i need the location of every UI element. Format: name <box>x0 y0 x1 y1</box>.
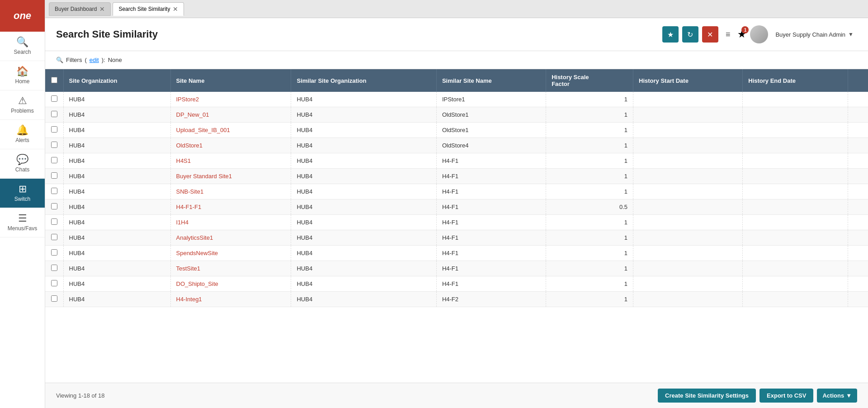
site-org-cell: HUB4 <box>63 292 170 307</box>
select-all-checkbox[interactable] <box>51 77 57 83</box>
tab-bar: Buyer Dashboard ✕ Search Site Similarity… <box>45 0 868 18</box>
site-name-cell[interactable]: Buyer Standard Site1 <box>170 169 291 184</box>
notification-badge[interactable]: ★ 1 <box>737 28 746 40</box>
refresh-button[interactable]: ↻ <box>682 26 698 43</box>
app-logo[interactable]: one <box>0 0 45 32</box>
row-actions-cell <box>848 276 868 292</box>
row-checkbox[interactable] <box>51 203 57 209</box>
row-checkbox[interactable] <box>51 142 57 148</box>
sidebar-item-search[interactable]: 🔍 Search <box>0 32 45 61</box>
tab-buyer-dashboard[interactable]: Buyer Dashboard ✕ <box>49 2 111 16</box>
sidebar-item-chats[interactable]: 💬 Chats <box>0 149 45 179</box>
similar-site-name-cell: OldStore1 <box>436 107 546 123</box>
site-name-cell[interactable]: I1H4 <box>170 215 291 230</box>
history-start-date-cell <box>633 107 743 123</box>
history-end-date-cell <box>743 153 848 169</box>
history-end-date-cell <box>743 92 848 107</box>
sidebar-item-problems[interactable]: ⚠ Problems <box>0 90 45 120</box>
table-header-row: Site Organization Site Name Similar Site… <box>45 69 868 92</box>
similar-site-name-cell: H4-F1 <box>436 215 546 230</box>
row-checkbox[interactable] <box>51 265 57 271</box>
site-name-cell[interactable]: DO_Shipto_Site <box>170 276 291 292</box>
similar-site-org-cell: HUB4 <box>291 92 436 107</box>
similar-site-org-cell: HUB4 <box>291 153 436 169</box>
table-row: HUB4Buyer Standard Site1HUB4H4-F11 <box>45 169 868 184</box>
site-name-cell[interactable]: SpendsNewSite <box>170 246 291 261</box>
site-name-cell[interactable]: DP_New_01 <box>170 107 291 123</box>
warning-icon: ⚠ <box>18 96 27 106</box>
table-container: Site Organization Site Name Similar Site… <box>45 69 868 383</box>
sidebar-item-home[interactable]: 🏠 Home <box>0 61 45 90</box>
site-org-cell: HUB4 <box>63 246 170 261</box>
row-actions-cell <box>848 292 868 307</box>
site-org-cell: HUB4 <box>63 199 170 215</box>
history-scale-factor-cell: 0.5 <box>546 199 633 215</box>
site-name-cell[interactable]: SNB-Site1 <box>170 184 291 199</box>
site-org-cell: HUB4 <box>63 138 170 153</box>
close-button[interactable]: ✕ <box>702 26 718 43</box>
history-start-date-cell <box>633 230 743 246</box>
col-actions <box>848 69 868 92</box>
actions-button[interactable]: Actions ▼ <box>817 389 857 403</box>
col-checkbox <box>45 69 63 92</box>
create-site-similarity-button[interactable]: Create Site Similarity Settings <box>658 389 756 403</box>
filter-label: Filters <box>66 57 82 63</box>
row-actions-cell <box>848 138 868 153</box>
site-name-cell[interactable]: Upload_Site_IB_001 <box>170 123 291 138</box>
tab-label: Buyer Dashboard <box>55 6 97 12</box>
similar-site-org-cell: HUB4 <box>291 292 436 307</box>
viewing-text: Viewing 1-18 of 18 <box>56 392 104 399</box>
history-start-date-cell <box>633 184 743 199</box>
site-name-cell[interactable]: AnalyticsSite1 <box>170 230 291 246</box>
tab-close-icon[interactable]: ✕ <box>173 6 178 12</box>
row-checkbox[interactable] <box>51 126 57 133</box>
row-checkbox[interactable] <box>51 280 57 286</box>
logo-text: one <box>14 10 31 22</box>
history-scale-factor-cell: 1 <box>546 276 633 292</box>
col-site-name: Site Name <box>170 69 291 92</box>
similar-site-name-cell: H4-F1 <box>436 169 546 184</box>
row-checkbox[interactable] <box>51 111 57 117</box>
history-start-date-cell <box>633 169 743 184</box>
export-csv-button[interactable]: Export to CSV <box>760 389 813 403</box>
similar-site-org-cell: HUB4 <box>291 230 436 246</box>
col-history-start-date: History Start Date <box>633 69 743 92</box>
sidebar-item-menus[interactable]: ☰ Menus/Favs <box>0 208 45 237</box>
site-name-cell[interactable]: H4S1 <box>170 153 291 169</box>
history-end-date-cell <box>743 199 848 215</box>
site-name-cell[interactable]: H4-Integ1 <box>170 292 291 307</box>
row-checkbox[interactable] <box>51 234 57 240</box>
row-checkbox[interactable] <box>51 188 57 194</box>
favorite-button[interactable]: ★ <box>662 26 679 43</box>
sidebar-item-label: Menus/Favs <box>8 225 37 232</box>
site-name-cell[interactable]: H4-F1-F1 <box>170 199 291 215</box>
row-checkbox[interactable] <box>51 249 57 256</box>
row-checkbox[interactable] <box>51 218 57 225</box>
row-checkbox[interactable] <box>51 157 57 163</box>
similar-site-org-cell: HUB4 <box>291 138 436 153</box>
site-name-cell[interactable]: TestSite1 <box>170 261 291 276</box>
tab-close-icon[interactable]: ✕ <box>99 6 105 12</box>
row-checkbox-cell <box>45 276 63 292</box>
menu-button[interactable]: ≡ <box>722 28 734 41</box>
similar-site-name-cell: OldStore1 <box>436 123 546 138</box>
history-start-date-cell <box>633 199 743 215</box>
site-similarity-table: Site Organization Site Name Similar Site… <box>45 69 868 307</box>
sidebar-item-alerts[interactable]: 🔔 Alerts <box>0 120 45 149</box>
filter-paren-close: ): <box>102 57 105 63</box>
tab-search-site-similarity[interactable]: Search Site Similarity ✕ <box>113 2 184 16</box>
site-name-cell[interactable]: OldStore1 <box>170 138 291 153</box>
hamburger-icon: ≡ <box>726 30 731 39</box>
row-checkbox[interactable] <box>51 95 57 102</box>
sidebar-item-label: Chats <box>15 166 29 173</box>
filter-bar: 🔍 Filters ( edit ): None <box>45 51 868 69</box>
row-checkbox[interactable] <box>51 172 57 179</box>
sidebar-item-switch[interactable]: ⊞ Switch <box>0 179 45 208</box>
user-dropdown[interactable]: Buyer Supply Chain Admin ▼ <box>772 29 857 40</box>
filter-value: None <box>108 57 122 63</box>
site-name-cell[interactable]: IPStore2 <box>170 92 291 107</box>
row-checkbox[interactable] <box>51 295 57 302</box>
row-checkbox-cell <box>45 107 63 123</box>
filter-edit-link[interactable]: edit <box>90 57 99 63</box>
sidebar-item-label: Problems <box>11 108 34 114</box>
